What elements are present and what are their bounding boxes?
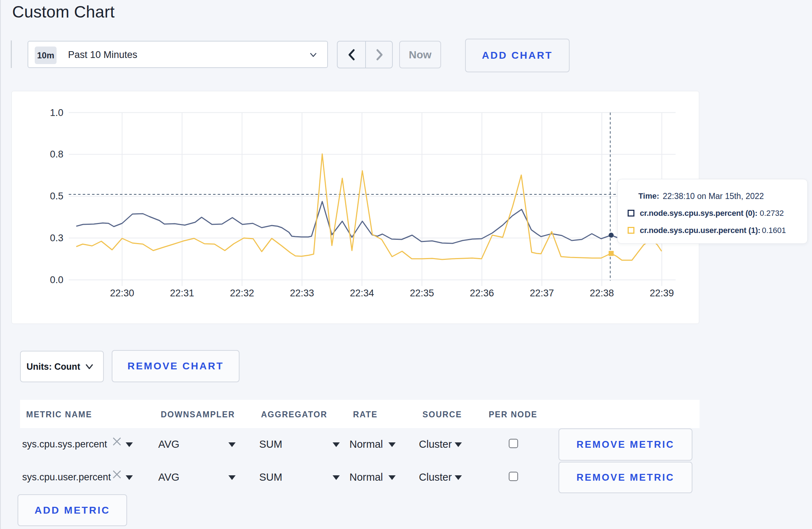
svg-text:22:34: 22:34 (350, 288, 374, 299)
svg-text:0.3: 0.3 (50, 233, 63, 243)
svg-text:22:30: 22:30 (110, 288, 134, 299)
svg-text:0.8: 0.8 (50, 149, 63, 160)
svg-text:22:35: 22:35 (410, 288, 434, 299)
svg-text:22:33: 22:33 (290, 288, 314, 299)
svg-text:22:38: 22:38 (590, 288, 614, 299)
svg-text:0.0: 0.0 (50, 275, 63, 285)
svg-text:22:36: 22:36 (470, 288, 494, 299)
svg-text:22:37: 22:37 (530, 288, 554, 299)
svg-text:22:32: 22:32 (230, 288, 254, 299)
svg-text:22:39: 22:39 (650, 288, 674, 299)
svg-text:22:31: 22:31 (170, 288, 194, 299)
svg-text:0.5: 0.5 (50, 191, 63, 202)
svg-text:1.0: 1.0 (50, 107, 63, 118)
